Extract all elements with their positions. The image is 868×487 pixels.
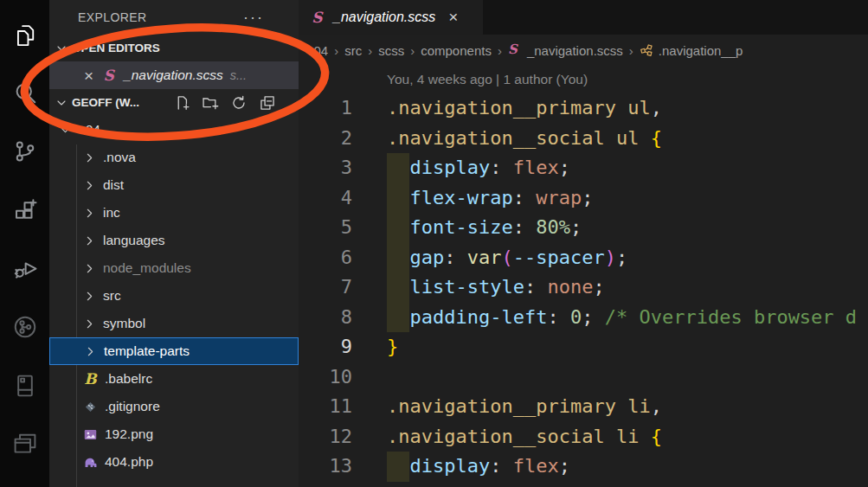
breadcrumb-label: _navigation.scss [527,43,623,58]
line-number: 6 [299,243,352,273]
code-line-13[interactable]: 13 display: flex; [299,452,868,482]
line-content: display: flex; [387,452,570,482]
chevron-right-icon [82,289,97,304]
code-line-10[interactable]: 10 [299,362,868,393]
tree-item-192-png[interactable]: 192.png [49,420,299,448]
tree-item-label: template-parts [104,343,190,359]
tree-item--nova[interactable]: .nova [49,144,299,171]
token-fn: var [467,247,502,268]
activity-remote-explorer-icon[interactable] [10,370,41,401]
breadcrumb-item-components[interactable]: components [421,43,492,58]
activity-explorer-icon[interactable] [10,19,41,50]
code-lines: 1.navigation__primary ul,2.navigation__s… [299,93,868,482]
close-icon[interactable]: × [84,67,93,84]
editor-group: S _navigation.scss × v04›src›scss›compon… [299,0,868,487]
code-line-2[interactable]: 2.navigation__social ul { [299,124,868,154]
breadcrumb-item-src[interactable]: src [344,43,362,58]
token-pun: ; [582,187,593,208]
tab-label: _navigation.scss [333,10,435,25]
line-number: 3 [299,153,352,183]
line-number: 1 [299,93,352,124]
token-pun: : [513,216,537,238]
close-icon[interactable]: × [448,8,458,27]
token-pun [387,187,410,208]
token-pun: ; [593,276,604,298]
open-editors-section-header[interactable]: OPEN EDITORS [49,35,299,61]
tree-item-v04[interactable]: v04 [49,116,299,144]
refresh-icon[interactable] [230,94,248,112]
code-line-1[interactable]: 1.navigation__primary ul, [299,93,868,124]
breadcrumb-separator: › [334,43,338,58]
git-blame-annotation: You, 4 weeks ago | 1 author (You) [299,66,868,93]
breadcrumb-item--navigation-scss[interactable]: S_navigation.scss [508,43,623,58]
code-line-4[interactable]: 4 flex-wrap: wrap; [299,183,868,214]
activity-extensions-icon[interactable] [10,195,41,226]
token-pun: : [524,276,548,298]
breadcrumb-item-v04[interactable]: v04 [307,43,328,58]
tree-item-symbol[interactable]: symbol [49,310,299,337]
code-line-12[interactable]: 12.navigation__social li { [299,422,868,452]
tree-item-label: dist [103,177,124,193]
tree-item-404-php[interactable]: 404.php [49,448,299,476]
chevron-right-icon [82,317,97,331]
token-prop: display [410,157,491,178]
code-line-11[interactable]: 11.navigation__primary li, [299,392,868,422]
tree-item-src[interactable]: src [49,282,299,310]
tree-item-node-modules[interactable]: node_modules [49,254,299,282]
activity-search-icon[interactable] [10,78,41,109]
line-number: 2 [299,124,352,154]
line-content: list-style: none; [387,272,605,303]
line-number: 4 [299,183,352,214]
token-sel: .navigation__social li [387,426,651,447]
line-number: 10 [299,362,352,393]
tree-item--babelrc[interactable]: B.babelrc [49,365,299,393]
line-number: 5 [299,213,352,243]
chevron-right-icon [82,206,97,221]
tab-navigation-scss[interactable]: S _navigation.scss × [299,0,483,35]
code-line-3[interactable]: 3 display: flex; [299,153,868,183]
activity-gitlens-icon[interactable] [10,311,41,343]
token-paren: ) [605,247,616,268]
tree-item--gitignore[interactable]: .gitignore [49,393,299,420]
token-pun: : [513,187,537,208]
activity-run-debug-icon[interactable] [10,253,41,285]
more-actions-icon[interactable]: ··· [243,13,264,22]
activity-browser-windows-icon[interactable] [10,428,41,459]
tree-item-label: 404.php [105,454,153,470]
line-content: font-size: 80%; [387,213,582,243]
line-number: 11 [299,392,352,422]
code-line-5[interactable]: 5 font-size: 80%; [299,213,868,243]
breadcrumb-label: scss [378,43,404,58]
token-pun [387,306,410,328]
code-line-9[interactable]: 9} [299,332,868,362]
open-editor-item[interactable]: ×S_navigation.scsss... [49,61,299,89]
tree-item-dist[interactable]: dist [49,171,299,199]
tree-item-template-parts[interactable]: template-parts [49,337,299,365]
tree-item-languages[interactable]: languages [49,227,299,254]
breadcrumb-label: src [344,43,362,58]
collapse-all-icon[interactable] [259,94,276,112]
line-number: 9 [299,332,352,362]
chevron-down-icon [55,42,68,55]
token-prop: gap [410,247,445,268]
token-num: 0 [570,306,582,328]
chevron-right-icon [82,234,97,248]
activity-source-control-icon[interactable] [10,136,41,167]
code-line-8[interactable]: 8 padding-left: 0; /* Overrides browser … [299,303,868,333]
line-content: } [387,332,398,362]
chevron-right-icon [82,151,97,165]
breadcrumb-label: components [421,43,492,58]
new-folder-icon[interactable] [202,94,219,112]
chevron-down-icon [55,96,68,110]
tree-item-label: .nova [103,150,136,165]
breadcrumb-item--navigation-p[interactable]: .navigation__p [640,43,743,58]
code-line-6[interactable]: 6 gap: var(--spacer); [299,243,868,273]
code-line-7[interactable]: 7 list-style: none; [299,272,868,303]
code-editor[interactable]: You, 4 weeks ago | 1 author (You) 1.navi… [299,66,868,482]
token-pun: ; [582,306,605,328]
token-sel: .navigation__primary li [387,395,651,417]
tree-item-inc[interactable]: inc [49,199,299,227]
breadcrumb-item-scss[interactable]: scss [378,43,404,58]
new-file-icon[interactable] [173,94,190,112]
workspace-section-header[interactable]: GEOFF (W... [49,89,299,116]
